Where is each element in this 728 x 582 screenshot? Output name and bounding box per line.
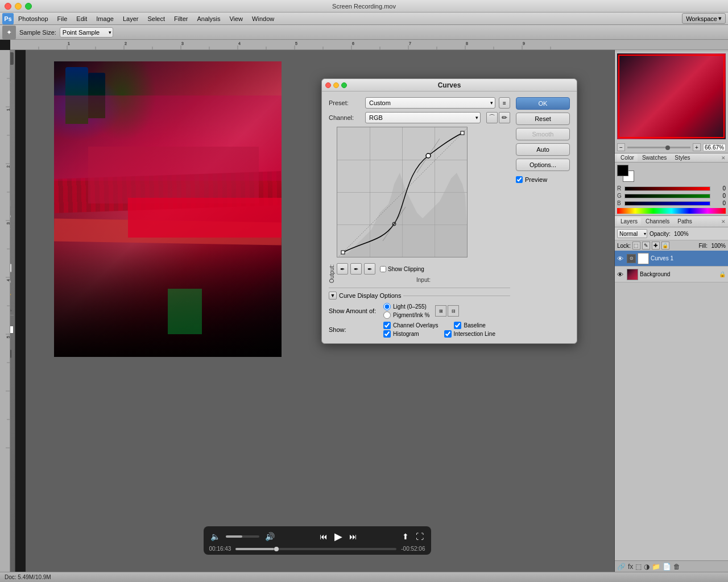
rewind-button[interactable]: ⏮ [318,531,329,542]
layer-row-background[interactable]: 👁 Background 🔒 [615,267,728,282]
maximize-button[interactable] [25,3,32,10]
options-bar: ✦ Sample Size: Point Sample 3 by 3 Avera… [0,25,728,40]
swatches-tab[interactable]: Swatches [639,154,670,161]
fast-forward-button[interactable]: ⏭ [348,531,358,542]
lock-all-icon[interactable]: 🔒 [661,242,669,250]
b-value: 0 [712,200,726,206]
channel-select[interactable]: RGB Red Green Blue [365,112,481,123]
green-channel-bar[interactable] [624,194,710,198]
volume-slider[interactable] [226,535,259,538]
color-tab[interactable]: Color [617,154,638,161]
sample-shadow-button[interactable]: ✒ [337,263,348,275]
color-spectrum-bar[interactable] [617,208,726,214]
layer-name-background: Background [640,271,717,277]
menu-image[interactable]: Image [92,14,118,23]
preset-select[interactable]: Custom Default Strong Contrast Lighter D… [365,97,495,109]
menu-select[interactable]: Select [143,14,169,23]
minimize-button[interactable] [15,3,22,10]
layer-mask-button[interactable]: ⬚ [635,563,642,571]
curve-bezier-button[interactable]: ⌒ [486,112,498,123]
options-button[interactable]: Options... [516,159,570,171]
layer-link-icon[interactable]: 🔗 [617,563,626,571]
blue-channel-bar[interactable] [624,201,710,206]
curves-close[interactable] [325,82,331,88]
channel-row: Channel: RGB Red Green Blue ⌒ [329,112,510,123]
play-button[interactable]: ▶ [333,529,344,544]
channel-overlays-checkbox[interactable] [383,322,391,329]
svg-line-54 [417,156,428,173]
zoom-in-button[interactable]: + [693,143,701,151]
volume-icon[interactable]: 🔈 [209,531,221,542]
playback-progress[interactable] [235,548,396,550]
layer-eye-background[interactable]: 👁 [617,271,625,278]
menu-view[interactable]: View [225,14,247,23]
layers-panel-close-icon[interactable]: ✕ [721,219,726,225]
grid-simple-button[interactable]: ⊞ [435,305,446,317]
share-icon[interactable]: ⬆ [401,531,410,542]
svg-rect-56 [341,251,345,254]
light-radio[interactable] [383,303,391,310]
styles-tab[interactable]: Styles [671,154,693,161]
histogram-checkbox[interactable] [383,330,391,338]
curves-canvas[interactable] [337,127,468,257]
sample-size-select[interactable]: Point Sample 3 by 3 Average 5 by 5 Avera… [60,27,113,38]
grid-detailed-button[interactable]: ⊟ [448,305,459,317]
sample-highlight-button[interactable]: ✒ [364,263,375,275]
intersection-checkbox[interactable] [444,330,452,338]
smooth-button[interactable]: Smooth [516,128,570,140]
blend-mode-select[interactable]: Normal Multiply Screen [617,229,647,238]
menu-filter[interactable]: Filter [169,14,192,23]
tool-icon[interactable]: ✦ [2,26,16,39]
menu-file[interactable]: File [53,14,72,23]
preview-checkbox[interactable] [516,176,523,183]
menu-window[interactable]: Window [247,14,279,23]
show-clipping-checkbox[interactable] [380,266,386,272]
layer-row-curves1[interactable]: 👁 ⊙ Curves 1 [615,251,728,267]
menu-photoshop[interactable]: Photoshop [14,14,53,23]
foreground-color-swatch[interactable] [617,165,628,176]
pigment-radio[interactable] [383,311,391,319]
zoom-slider[interactable] [627,147,690,148]
paths-tab[interactable]: Paths [674,218,696,225]
section-divider [403,296,510,296]
layer-delete-button[interactable]: 🗑 [673,563,680,571]
curves-maximize[interactable] [341,82,347,88]
channel-select-wrap: RGB Red Green Blue [365,112,481,123]
menu-edit[interactable]: Edit [72,14,92,23]
menu-layer[interactable]: Layer [118,14,143,23]
menu-analysis[interactable]: Analysis [192,14,225,23]
workspace-button[interactable]: Workspace ▾ [682,13,726,24]
layer-fx-button[interactable]: fx [628,563,633,571]
layer-group-button[interactable]: 📁 [652,563,660,571]
lock-position-icon[interactable]: ✚ [652,242,660,250]
svg-rect-0 [10,40,728,50]
zoom-out-button[interactable]: − [617,143,625,151]
curves-minimize[interactable] [333,82,339,88]
curve-pencil-button[interactable]: ✏ [499,112,510,123]
color-panel-close-icon[interactable]: ✕ [721,155,726,161]
curves-options-icon[interactable]: ≡ [499,97,510,109]
ruler-vertical: 1 2 3 4 5 [0,50,10,572]
preset-label: Preset: [329,99,362,106]
layers-tab[interactable]: Layers [617,218,641,225]
audio-icon[interactable]: 🔊 [264,531,276,542]
color-swatches[interactable] [617,165,634,182]
auto-button[interactable]: Auto [516,143,570,156]
close-button[interactable] [5,3,11,10]
lock-transparency-icon[interactable]: ⬚ [632,242,640,250]
collapse-icon[interactable]: ▼ [329,292,337,300]
color-panel: Color Swatches Styles ✕ R 0 G 0 [615,153,728,216]
sample-midtone-button[interactable]: ✒ [350,263,362,275]
lock-pixels-icon[interactable]: ✎ [642,242,650,250]
channels-tab[interactable]: Channels [642,218,673,225]
reset-button[interactable]: Reset [516,113,570,125]
ok-button[interactable]: OK [516,97,570,110]
baseline-checkbox[interactable] [454,322,461,329]
layer-eye-curves1[interactable]: 👁 [617,255,625,262]
red-channel-bar[interactable] [624,186,710,191]
layer-new-button[interactable]: 📄 [663,563,671,571]
layer-adjustment-button[interactable]: ◑ [644,563,650,571]
fullscreen-icon[interactable]: ⛶ [415,531,425,542]
zoom-value: 66.67% [703,144,726,151]
show-label: Show: [329,326,380,333]
